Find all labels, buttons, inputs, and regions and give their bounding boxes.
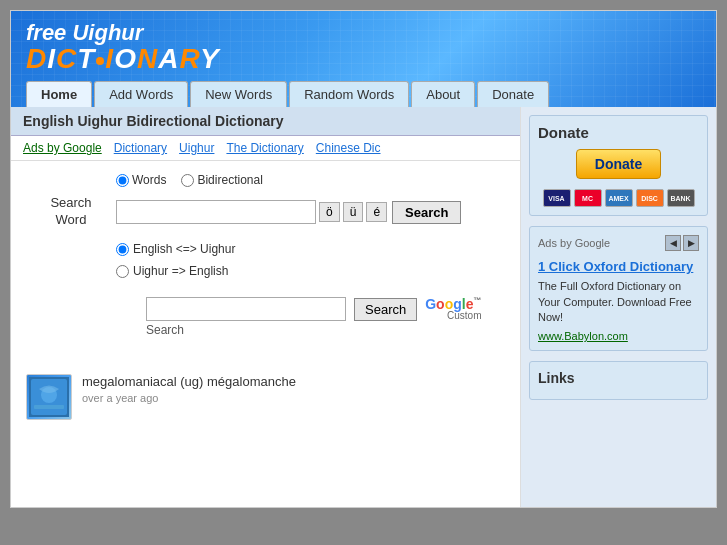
mastercard-icon: MC bbox=[574, 189, 602, 207]
nav-donate[interactable]: Donate bbox=[477, 81, 549, 107]
search-line2: Word bbox=[56, 212, 87, 227]
logo-d: D bbox=[26, 43, 47, 74]
char-u-btn[interactable]: ü bbox=[343, 202, 364, 222]
uyg-eng-text: Uighur => English bbox=[133, 261, 228, 283]
logo-r: R bbox=[179, 43, 200, 74]
ads-by-google-link[interactable]: Ads by Google bbox=[23, 141, 102, 155]
g-g: G bbox=[425, 296, 436, 312]
uyg-eng-radio[interactable] bbox=[116, 265, 129, 278]
main-search-button[interactable]: Search bbox=[392, 201, 461, 224]
ads-box-header: Ads by Google ◀ ▶ bbox=[538, 235, 699, 251]
payment-icons: VISA MC AMEX DISC BANK bbox=[538, 189, 699, 207]
nav-add-words[interactable]: Add Words bbox=[94, 81, 188, 107]
logo-t: T bbox=[77, 43, 95, 74]
google-search-button[interactable]: Search bbox=[354, 298, 417, 321]
ads-content-text: The Full Oxford Dictionary on Your Compu… bbox=[538, 279, 699, 325]
ads-next-arrow[interactable]: ▶ bbox=[683, 235, 699, 251]
char-o-btn[interactable]: ö bbox=[319, 202, 340, 222]
entry-thumbnail bbox=[26, 374, 72, 420]
ads-by-google-right-label: Ads by Google bbox=[538, 237, 610, 249]
uighur-link[interactable]: Uighur bbox=[179, 141, 214, 155]
ads-nav: Ads by Google Dictionary Uighur The Dict… bbox=[11, 136, 520, 161]
main-container: free Uighur DICTIONARY Home Add Words Ne… bbox=[10, 10, 717, 508]
ads-box: Ads by Google ◀ ▶ 1 Click Oxford Diction… bbox=[529, 226, 708, 351]
ads-content-link[interactable]: www.Babylon.com bbox=[538, 330, 699, 342]
search-line1: Search bbox=[50, 195, 91, 210]
logo-n: N bbox=[137, 43, 158, 74]
custom-text: Custom bbox=[425, 311, 481, 321]
search-type-row: Words Bidirectional bbox=[116, 173, 505, 187]
bidirectional-radio[interactable] bbox=[181, 174, 194, 187]
nav-random-words[interactable]: Random Words bbox=[289, 81, 409, 107]
body-area: English Uighur Bidirectional Dictionary … bbox=[11, 107, 716, 507]
donate-box-title: Donate bbox=[538, 124, 699, 141]
nav-about[interactable]: About bbox=[411, 81, 475, 107]
search-word-label: Search Word bbox=[26, 195, 116, 229]
logo-c: C bbox=[56, 43, 77, 74]
search-input-row: Search Word ö ü é Search bbox=[26, 195, 505, 229]
app-wrapper: free Uighur DICTIONARY Home Add Words Ne… bbox=[0, 0, 727, 545]
ads-content-title[interactable]: 1 Click Oxford Dictionary bbox=[538, 259, 699, 274]
ads-nav-arrows: ◀ ▶ bbox=[665, 235, 699, 251]
visa-icon: VISA bbox=[543, 189, 571, 207]
eng-uyg-label[interactable]: English <=> Uighur bbox=[116, 239, 505, 261]
words-radio[interactable] bbox=[116, 174, 129, 187]
logo-free: free Uighur bbox=[26, 21, 701, 45]
g-tm: ™ bbox=[473, 297, 481, 306]
chinese-dic-link[interactable]: Chinese Dic bbox=[316, 141, 381, 155]
words-label: Words bbox=[132, 173, 166, 187]
g-o1: o bbox=[436, 296, 445, 312]
char-e-btn[interactable]: é bbox=[366, 202, 387, 222]
search-input[interactable] bbox=[116, 200, 316, 224]
entry-thumbnail-image bbox=[29, 377, 69, 417]
dictionary-link[interactable]: Dictionary bbox=[114, 141, 167, 155]
amex-icon: AMEX bbox=[605, 189, 633, 207]
the-dictionary-link[interactable]: The Dictionary bbox=[226, 141, 303, 155]
left-panel: English Uighur Bidirectional Dictionary … bbox=[11, 107, 521, 507]
entry-word[interactable]: megalomaniacal (ug) mégalomanche bbox=[82, 374, 296, 389]
nav-home[interactable]: Home bbox=[26, 81, 92, 107]
nav-bar: Home Add Words New Words Random Words Ab… bbox=[26, 81, 701, 107]
logo-a: A bbox=[158, 43, 179, 74]
uyg-eng-label[interactable]: Uighur => English bbox=[116, 261, 505, 283]
logo-dot bbox=[96, 57, 104, 65]
logo-area: free Uighur DICTIONARY bbox=[26, 21, 701, 73]
google-custom-logo: Google™ Custom bbox=[425, 297, 481, 321]
discover-icon: DISC bbox=[636, 189, 664, 207]
bidirectional-radio-label[interactable]: Bidirectional bbox=[181, 173, 262, 187]
donate-box: Donate Donate VISA MC AMEX DISC BANK bbox=[529, 115, 708, 216]
bank-icon: BANK bbox=[667, 189, 695, 207]
google-search-input[interactable] bbox=[146, 297, 346, 321]
ads-prev-arrow[interactable]: ◀ bbox=[665, 235, 681, 251]
entry-text: megalomaniacal (ug) mégalomanche over a … bbox=[82, 374, 296, 404]
google-text: Google™ bbox=[425, 297, 481, 311]
google-search-row: Search Google™ Custom bbox=[146, 297, 505, 321]
eng-uyg-radio[interactable] bbox=[116, 243, 129, 256]
direction-row: English <=> Uighur Uighur => English bbox=[116, 239, 505, 282]
paypal-donate-button[interactable]: Donate bbox=[576, 149, 661, 179]
logo-y: Y bbox=[200, 43, 220, 74]
nav-new-words[interactable]: New Words bbox=[190, 81, 287, 107]
logo-i: I bbox=[47, 43, 56, 74]
bidirectional-label: Bidirectional bbox=[197, 173, 262, 187]
logo-dictionary: DICTIONARY bbox=[26, 45, 701, 73]
svg-rect-3 bbox=[34, 405, 64, 409]
links-box-title: Links bbox=[538, 370, 699, 386]
entry-time: over a year ago bbox=[82, 392, 296, 404]
right-panel: Donate Donate VISA MC AMEX DISC BANK Ads… bbox=[521, 107, 716, 507]
google-search-label: Search bbox=[146, 323, 505, 337]
logo-o: O bbox=[114, 43, 137, 74]
dict-title: English Uighur Bidirectional Dictionary bbox=[11, 107, 520, 136]
header: free Uighur DICTIONARY Home Add Words Ne… bbox=[11, 11, 716, 107]
logo-i2: I bbox=[105, 43, 114, 74]
eng-uyg-text: English <=> Uighur bbox=[133, 239, 235, 261]
words-radio-label[interactable]: Words bbox=[116, 173, 166, 187]
search-area: Words Bidirectional Search Word bbox=[11, 161, 520, 349]
links-box: Links bbox=[529, 361, 708, 400]
recent-entry: megalomaniacal (ug) mégalomanche over a … bbox=[11, 359, 520, 435]
